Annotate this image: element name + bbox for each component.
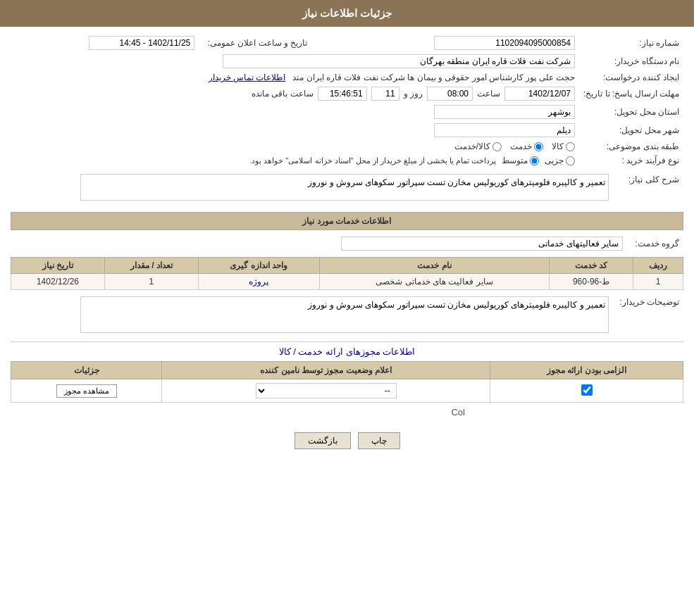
noe-jozi-item: جزیی (545, 156, 575, 165)
ijad-label: ایجاد کننده درخواست: (579, 70, 683, 84)
page-title: جزئیات اطلاعات نیاز (302, 7, 392, 19)
shahr-label: شهر محل تحویل: (579, 121, 683, 139)
tabaqe-group: کالا خدمت کالا/خدمت (15, 142, 575, 151)
perm-alam-select[interactable]: -- (256, 383, 397, 398)
back-button[interactable]: بازگشت (295, 432, 351, 449)
shahr-input[interactable] (434, 123, 575, 137)
permissions-table: الزامی بودن ارائه مجوز اعلام وضعیت مجوز … (11, 361, 683, 403)
print-button[interactable]: چاپ (358, 432, 400, 449)
table-row: 1 ط-96-960 سایر فعالیت های خدماتی شخصی پ… (11, 274, 683, 290)
khadamat-section-title: اطلاعات خدمات مورد نیاز (11, 212, 683, 230)
sharh-textarea[interactable]: تعمیر و کالیبره فلومیترهای کوریولیس مخاز… (80, 174, 609, 201)
ijad-value: حجت علی پور کارشناس امور حقوقی و بیمان ه… (292, 73, 575, 82)
remain-label: ساعت باقی مانده (252, 89, 314, 99)
gorohe-section: گروه خدمت: (11, 234, 683, 253)
tabaqe-khadamat-label: خدمت (510, 142, 532, 151)
tabaqe-khadamat-item: خدمت (510, 142, 543, 151)
page-header: جزئیات اطلاعات نیاز (0, 0, 694, 27)
noe-label: نوع فرآیند خرید : (579, 153, 683, 168)
shomare-value-cell (333, 34, 579, 52)
tabaqe-kala-label: کالا (552, 142, 564, 151)
col-area: Col (11, 407, 683, 421)
mohlet-day[interactable] (371, 87, 399, 101)
ijad-link[interactable]: اطلاعات تماس خریدار (209, 73, 286, 82)
dastgah-label: نام دستگاه خریدار: (579, 52, 683, 70)
noe-group: جزیی متوسط پرداخت تمام یا بخشی از مبلغ خ… (15, 156, 575, 165)
mojoz-section-link[interactable]: اطلاعات مجوزهای ارائه خدمت / کالا (11, 346, 683, 357)
noe-motavaset-label: متوسط (502, 156, 528, 165)
tarikh-input[interactable] (89, 36, 194, 50)
col-vahad: واحد اندازه گیری (198, 258, 319, 274)
cell-radif: 1 (633, 274, 683, 290)
mohlet-remain[interactable] (318, 87, 367, 101)
col-radif: ردیف (633, 258, 683, 274)
cell-tedad: 1 (104, 274, 198, 290)
tabaqe-khadamat-radio[interactable] (534, 142, 543, 151)
dastgah-input[interactable] (223, 54, 575, 68)
perm-elzam-header: الزامی بودن ارائه مجوز (490, 362, 683, 379)
roz-label: روز و (404, 89, 423, 99)
tabaqe-kala-khadamat-label: کالا/خدمت (454, 142, 490, 151)
cell-tarikh: 1402/12/26 (11, 274, 105, 290)
perm-elzam-checkbox[interactable] (581, 384, 593, 396)
noe-motavaset-radio[interactable] (530, 156, 539, 165)
perm-row: -- مشاهده مجوز (11, 379, 683, 403)
view-mojoz-button[interactable]: مشاهده مجوز (56, 384, 117, 398)
tabaqe-kala-radio[interactable] (566, 142, 575, 151)
col-kod: کد خدمت (550, 258, 633, 274)
col-tedad: تعداد / مقدار (104, 258, 198, 274)
tabaqe-kala-item: کالا (552, 142, 575, 151)
perm-alam-header: اعلام وضعیت مجوز توسط نامین کننده (162, 362, 490, 379)
col-nam: نام خدمت (319, 258, 549, 274)
saat-label: ساعت (477, 89, 500, 99)
perm-joziat-header: جزئیات (11, 362, 162, 379)
gorohe-input[interactable] (341, 237, 623, 251)
ostan-label: استان محل تحویل: (579, 103, 683, 121)
perm-alam-cell: -- (162, 379, 490, 403)
shomare-label: شماره نیاز: (579, 34, 683, 52)
tarikh-value-cell (11, 34, 199, 52)
mojoz-title-text: اطلاعات مجوزهای ارائه خدمت / کالا (279, 346, 416, 357)
services-table: ردیف کد خدمت نام خدمت واحد اندازه گیری ت… (11, 257, 683, 290)
perm-joziat-cell: مشاهده مجوز (11, 379, 162, 403)
bottom-buttons: چاپ بازگشت (11, 422, 683, 456)
col-tarikh: تاریخ نیاز (11, 258, 105, 274)
sharh-label: شرح کلی نیاز: (613, 172, 683, 205)
sharh-section: شرح کلی نیاز: تعمیر و کالیبره فلومیترهای… (11, 172, 683, 205)
mohlet-time[interactable] (427, 87, 473, 101)
mohlet-row: ساعت روز و ساعت باقی مانده (15, 87, 575, 101)
cell-nam: سایر فعالیت های خدماتی شخصی (319, 274, 549, 290)
col-text: Col (451, 407, 465, 417)
khadamat-title-text: اطلاعات خدمات مورد نیاز (302, 216, 391, 226)
perm-elzam-cell (490, 379, 683, 403)
tarikh-label: تاریخ و ساعت اعلان عمومی: (199, 34, 311, 52)
cell-kod: ط-96-960 (550, 274, 633, 290)
gorohe-label: گروه خدمت: (627, 234, 683, 253)
noe-description: پرداخت تمام یا بخشی از مبلغ خریدار از مح… (249, 156, 496, 165)
tabaqe-kala-khadamat-item: کالا/خدمت (454, 142, 502, 151)
tosaif-textarea[interactable]: تعمیر و کالیبره فلومیترهای کوریولیس مخاز… (80, 296, 609, 333)
tosaif-label: توضیحات خریدار: (613, 294, 683, 337)
info-section: شماره نیاز: تاریخ و ساعت اعلان عمومی: نا… (11, 34, 683, 168)
noe-motavaset-item: متوسط (502, 156, 539, 165)
shomare-input[interactable] (434, 36, 575, 50)
noe-jozi-label: جزیی (545, 156, 564, 165)
tosaif-section: توضیحات خریدار: تعمیر و کالیبره فلومیتره… (11, 294, 683, 337)
cell-vahad: پروژه (198, 274, 319, 290)
tabaqe-kala-khadamat-radio[interactable] (492, 142, 502, 151)
mohlet-date[interactable] (504, 87, 575, 101)
ostan-input[interactable] (434, 105, 575, 119)
noe-jozi-radio[interactable] (566, 156, 575, 165)
mohlet-label: مهلت ارسال پاسخ: تا تاریخ: (579, 84, 683, 103)
tabaqe-label: طبقه بندی موضوعی: (579, 139, 683, 153)
